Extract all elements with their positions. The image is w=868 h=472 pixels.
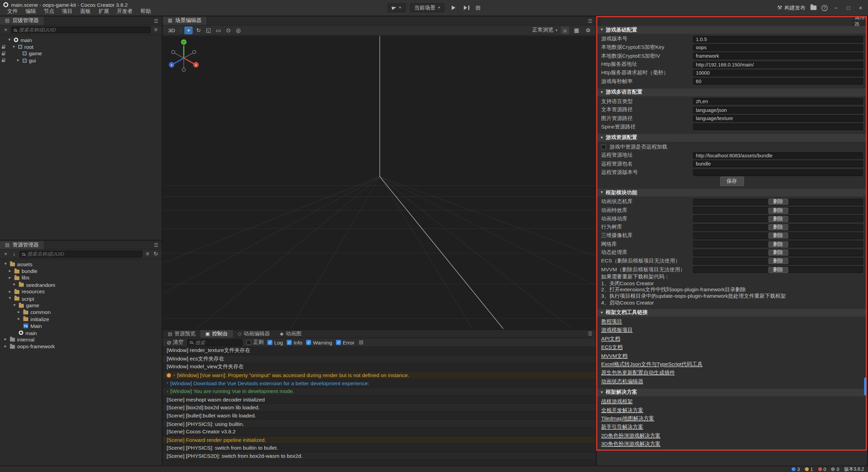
menu-item[interactable]: 文件: [3, 7, 22, 15]
asset-node[interactable]: initialize: [0, 316, 162, 322]
section-header[interactable]: 框架模块功能: [597, 189, 867, 197]
panel-menu-icon[interactable]: ☰: [154, 18, 162, 23]
text-input[interactable]: 10000: [693, 70, 863, 76]
console-message[interactable]: [Scene] [box2d]:box2d wasm lib loaded.: [163, 404, 596, 412]
console-dock-tab[interactable]: 控制台: [200, 330, 233, 338]
filter-icon[interactable]: ≡: [144, 251, 151, 257]
scene-select[interactable]: 当前场景 ▾: [410, 3, 445, 12]
scene-tab[interactable]: ▦ 场景编辑器: [163, 17, 206, 25]
asset-node[interactable]: bundle: [0, 268, 162, 274]
asset-node[interactable]: game: [0, 302, 162, 309]
create-asset-button[interactable]: +: [3, 251, 9, 257]
console-message[interactable]: [Window] Download the Vue Devtools exten…: [163, 379, 596, 388]
panel-menu-icon[interactable]: ☰: [588, 18, 596, 23]
expand-arrow-icon[interactable]: [7, 38, 12, 42]
maximize-button[interactable]: □: [845, 5, 852, 11]
menu-item[interactable]: 扩展: [95, 7, 113, 15]
text-input[interactable]: zh,en: [693, 98, 863, 105]
asset-node[interactable]: main: [0, 329, 162, 336]
checkbox[interactable]: [306, 340, 311, 345]
expand-arrow-icon[interactable]: [8, 296, 12, 301]
section-header[interactable]: 游戏基础配置: [597, 26, 867, 34]
asset-node[interactable]: Main: [0, 322, 162, 329]
axis-gizmo[interactable]: Y X Z: [163, 36, 205, 78]
layout-grid-icon[interactable]: ⊞: [475, 5, 480, 11]
console-message[interactable]: [Window] render_texture文件夹存在: [163, 347, 596, 355]
text-input[interactable]: http://192.168.0.150/main/: [693, 61, 863, 68]
console-message[interactable]: [Scene] Forward render pipeline initiali…: [163, 436, 596, 444]
console-filter-toggle[interactable]: Warning: [306, 339, 332, 346]
doc-link[interactable]: MVVM文档: [601, 352, 628, 359]
hierarchy-node[interactable]: main: [0, 37, 162, 43]
preview-platform-select[interactable]: ▾: [388, 3, 406, 12]
assets-tab[interactable]: ▤ 资源管理器: [0, 241, 44, 249]
asset-node[interactable]: libs: [0, 274, 162, 281]
clear-console-button[interactable]: ⊘ 清空: [166, 339, 183, 346]
console-dock-tab[interactable]: 动画编辑器: [233, 330, 275, 338]
delete-module-button[interactable]: 删除: [768, 258, 788, 264]
menu-item[interactable]: 节点: [40, 7, 58, 15]
console-filter-toggle[interactable]: Info: [287, 339, 302, 346]
expand-arrow-icon[interactable]: [12, 303, 17, 308]
console-message[interactable]: [Scene] [PHYSICS]: switch from builtin t…: [163, 444, 596, 452]
delete-module-button[interactable]: 删除: [768, 216, 788, 222]
console-message[interactable]: [Scene] [PHYSICS2D]: switch from box2d-w…: [163, 452, 596, 460]
console-dock-tab[interactable]: 动画图: [275, 330, 307, 338]
hierarchy-node[interactable]: gui: [0, 57, 162, 64]
expand-arrow-icon[interactable]: [8, 269, 12, 273]
console-filter-toggle[interactable]: 正则: [246, 339, 264, 346]
solution-link[interactable]: 2D角色扮演游戏解决方案: [601, 432, 660, 439]
expand-arrow-icon[interactable]: [17, 317, 21, 321]
hierarchy-tab[interactable]: ▤ 层级管理器: [0, 17, 44, 25]
create-node-button[interactable]: +: [3, 27, 9, 33]
text-input[interactable]: 60: [693, 78, 863, 85]
panel-menu-icon[interactable]: ☰: [154, 242, 162, 248]
solution-link[interactable]: 全栈开发解决方案: [601, 407, 643, 414]
console-message[interactable]: [Scene] [bullet]:bullet wasm lib loaded.: [163, 412, 596, 420]
console-message[interactable]: [Window] model_view文件夹存在: [163, 363, 596, 371]
close-button[interactable]: ×: [857, 5, 864, 11]
scene-viewport[interactable]: Y X Z: [163, 36, 596, 329]
asset-node[interactable]: oops-framework: [0, 343, 162, 350]
menu-item[interactable]: 开发者: [113, 7, 136, 15]
scale-tool-button[interactable]: ◱: [204, 26, 213, 34]
scene-view-settings-button[interactable]: ▦: [572, 26, 580, 34]
delete-module-button[interactable]: 删除: [768, 241, 788, 247]
console-message[interactable]: [Window] You are running Vue in developm…: [163, 388, 596, 396]
hierarchy-node[interactable]: root: [0, 43, 162, 50]
asset-node[interactable]: internal: [0, 336, 162, 343]
checkbox[interactable]: [336, 340, 341, 345]
lighting-toggle-button[interactable]: ☼: [561, 26, 569, 34]
scrollbar-thumb[interactable]: [864, 377, 867, 395]
expand-arrow-icon[interactable]: [8, 289, 12, 294]
open-log-file-icon[interactable]: ▤: [359, 340, 363, 345]
text-input[interactable]: language/texture: [693, 115, 863, 122]
solution-link[interactable]: 新手引导解决方案: [601, 424, 643, 431]
message-count[interactable]: 0: [831, 467, 839, 472]
text-input[interactable]: language/json: [693, 107, 863, 114]
asset-node[interactable]: assets: [0, 261, 162, 268]
expand-chevron-icon[interactable]: [166, 381, 168, 386]
console-filter-toggle[interactable]: Error: [336, 339, 354, 346]
rotate-tool-button[interactable]: ↻: [194, 26, 202, 34]
doc-link[interactable]: API文档: [601, 335, 620, 342]
panel-menu-icon[interactable]: ☰: [588, 330, 596, 338]
doc-link[interactable]: 动画状态机编辑器: [601, 378, 643, 385]
console-message[interactable]: [Window] [Vue warn]: Property "onInput" …: [163, 371, 596, 379]
hierarchy-node[interactable]: game: [0, 50, 162, 57]
solution-link[interactable]: Tiledmap地图解决方案: [601, 415, 654, 422]
doc-link[interactable]: 教程项目: [601, 318, 622, 326]
delete-module-button[interactable]: 删除: [768, 224, 788, 231]
console-message[interactable]: [Scene] [PHYSICS]: using builtin.: [163, 420, 596, 428]
hierarchy-search[interactable]: [11, 26, 151, 33]
delete-module-button[interactable]: 删除: [768, 267, 788, 273]
move-tool-button[interactable]: +: [184, 26, 193, 34]
assets-search[interactable]: [19, 251, 142, 258]
asset-node[interactable]: script: [0, 295, 162, 302]
text-input[interactable]: [693, 169, 863, 176]
expand-arrow-icon[interactable]: [3, 262, 8, 267]
menu-item[interactable]: 面板: [76, 7, 95, 15]
text-input[interactable]: http://localhost:8083/assets/bundle: [693, 152, 863, 159]
projection-toggle[interactable]: 3D: [166, 27, 177, 33]
assets-search-input[interactable]: [27, 251, 139, 257]
